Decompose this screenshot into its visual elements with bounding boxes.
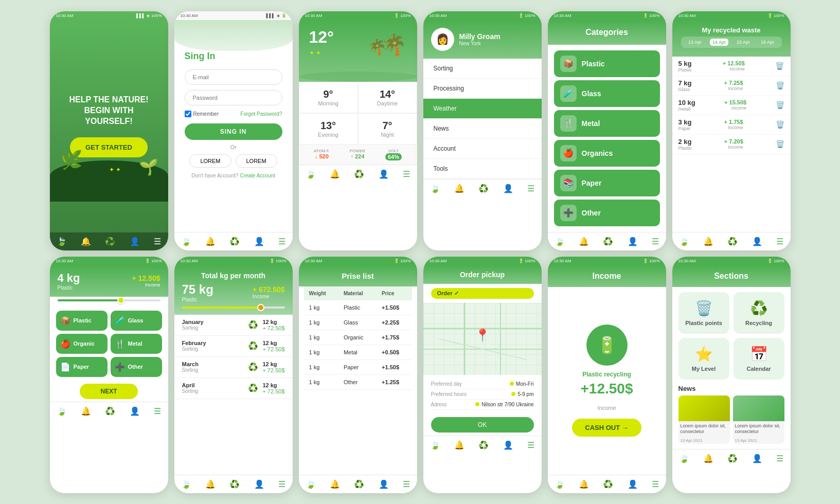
date-tab-14[interactable]: 14 Apr: [710, 39, 728, 46]
trash-icon-4[interactable]: 🗑️: [776, 140, 784, 148]
ok-button[interactable]: OK: [431, 417, 534, 433]
menu-processing[interactable]: Processing: [423, 79, 542, 99]
slider-thumb[interactable]: [117, 297, 124, 304]
nav-bell-4[interactable]: 🔔: [454, 184, 464, 193]
nav-leaf-4[interactable]: 🍃: [430, 184, 440, 193]
nav-menu-12[interactable]: ☰: [776, 454, 783, 463]
trash-icon-0[interactable]: 🗑️: [775, 62, 784, 70]
nav-user-10[interactable]: 👤: [503, 440, 513, 450]
cat-glass[interactable]: 🧪 Glass: [554, 80, 660, 107]
section-my-level[interactable]: ⭐ My Level: [678, 338, 729, 380]
nav-recycle-11[interactable]: ♻️: [603, 479, 613, 489]
nav-bell-1[interactable]: 🔔: [81, 237, 91, 246]
nav-leaf-1[interactable]: 🍃: [57, 237, 67, 246]
nav-bell-3[interactable]: 🔔: [330, 169, 340, 179]
nav-recycle-9[interactable]: ♻️: [354, 479, 364, 489]
news-card-0[interactable]: Lorem ipsum dolor sit, consectetur 13 Ap…: [678, 395, 730, 444]
nav-menu-5[interactable]: ☰: [652, 237, 659, 246]
order-badge[interactable]: Order ✓: [431, 288, 534, 299]
nav-menu-11[interactable]: ☰: [652, 479, 659, 489]
section-calendar[interactable]: 📅 Calendar: [734, 338, 784, 380]
nav-leaf-12[interactable]: 🍃: [679, 454, 689, 463]
material-organic[interactable]: 🍎 Organic: [56, 334, 108, 354]
forget-password-link[interactable]: Forget Password?: [240, 111, 282, 117]
material-metal[interactable]: 🍴 Metal: [111, 334, 162, 354]
nav-menu-3[interactable]: ☰: [403, 169, 410, 179]
nav-leaf-3[interactable]: 🍃: [306, 169, 316, 179]
nav-recycle-10[interactable]: ♻️: [478, 440, 489, 450]
nav-leaf-7[interactable]: 🍃: [57, 406, 67, 416]
trash-icon-2[interactable]: 🗑️: [776, 101, 784, 109]
nav-user-9[interactable]: 👤: [379, 479, 389, 489]
cat-organics[interactable]: 🍎 Organics: [554, 140, 660, 167]
nav-bell-9[interactable]: 🔔: [330, 479, 340, 489]
news-card-1[interactable]: Lorem ipsum dolor sit, consectetur 13 Ap…: [733, 395, 784, 444]
menu-tools[interactable]: Tools: [423, 159, 542, 179]
material-plastic[interactable]: 📦 Plastic: [56, 311, 108, 331]
nav-leaf-6[interactable]: 🍃: [679, 237, 689, 246]
create-account-link[interactable]: Create Account: [240, 173, 275, 178]
nav-recycle-5[interactable]: ♻️: [603, 237, 613, 246]
menu-sorting[interactable]: Sorting: [423, 59, 542, 79]
menu-weather[interactable]: Weather: [423, 99, 542, 119]
nav-user-12[interactable]: 👤: [752, 454, 762, 463]
nav-menu-8[interactable]: ☰: [278, 479, 285, 489]
nav-user-1[interactable]: 👤: [130, 237, 140, 246]
nav-bell-10[interactable]: 🔔: [454, 440, 464, 450]
nav-user-3[interactable]: 👤: [379, 169, 389, 179]
nav-menu-1[interactable]: ☰: [154, 237, 161, 246]
nav-recycle-4[interactable]: ♻️: [478, 184, 489, 193]
signin-button[interactable]: SING IN: [185, 123, 282, 140]
nav-bell-12[interactable]: 🔔: [703, 454, 713, 463]
nav-menu-9[interactable]: ☰: [403, 479, 410, 489]
nav-menu-6[interactable]: ☰: [776, 237, 783, 246]
nav-bell-11[interactable]: 🔔: [579, 479, 589, 489]
menu-news[interactable]: News: [423, 119, 542, 139]
nav-leaf-10[interactable]: 🍃: [430, 440, 440, 450]
cat-paper[interactable]: 📚 Paper: [554, 170, 660, 196]
trash-icon-1[interactable]: 🗑️: [776, 81, 784, 89]
monthly-slider-thumb[interactable]: [257, 304, 264, 311]
nav-bell-7[interactable]: 🔔: [81, 406, 91, 416]
remember-checkbox[interactable]: [185, 111, 191, 117]
date-tab-16[interactable]: 16 Apr: [758, 39, 777, 46]
nav-leaf-8[interactable]: 🍃: [181, 479, 191, 489]
nav-bell-5[interactable]: 🔔: [579, 237, 589, 246]
social-btn-1[interactable]: LOREM: [189, 154, 231, 168]
cat-plastic[interactable]: 📦 Plastic: [554, 50, 660, 77]
section-recycling[interactable]: ♻️ Recycling: [734, 292, 784, 334]
nav-recycle-1[interactable]: ♻️: [105, 237, 115, 246]
nav-bell-8[interactable]: 🔔: [205, 479, 216, 489]
email-input[interactable]: [185, 69, 282, 85]
nav-menu-2[interactable]: ☰: [278, 237, 285, 246]
nav-menu-10[interactable]: ☰: [527, 440, 534, 450]
nav-menu-7[interactable]: ☰: [154, 406, 161, 416]
date-tab-13[interactable]: 13 Apr: [686, 39, 704, 46]
section-plastic-points[interactable]: 🗑️ Plastic points: [678, 292, 729, 334]
cat-metal[interactable]: 🍴 Metal: [554, 110, 660, 137]
nav-leaf-2[interactable]: 🍃: [181, 237, 191, 246]
nav-user-8[interactable]: 👤: [254, 479, 264, 489]
nav-recycle-6[interactable]: ♻️: [727, 237, 738, 246]
nav-user-4[interactable]: 👤: [503, 184, 513, 193]
nav-recycle-8[interactable]: ♻️: [229, 479, 240, 489]
nav-recycle-12[interactable]: ♻️: [727, 454, 738, 463]
nav-leaf-11[interactable]: 🍃: [555, 479, 565, 489]
nav-recycle-7[interactable]: ♻️: [105, 406, 115, 416]
nav-recycle-2[interactable]: ♻️: [229, 237, 240, 246]
nav-user-11[interactable]: 👤: [628, 479, 638, 489]
remember-label[interactable]: Remember: [185, 111, 219, 117]
menu-account[interactable]: Account: [423, 139, 542, 159]
nav-menu-4[interactable]: ☰: [527, 184, 534, 193]
nav-user-6[interactable]: 👤: [752, 237, 762, 246]
next-button[interactable]: NEXT: [80, 384, 137, 399]
nav-recycle-3[interactable]: ♻️: [354, 169, 364, 179]
password-input[interactable]: [185, 90, 282, 105]
cat-other[interactable]: ➕ Other: [554, 200, 660, 226]
nav-bell-2[interactable]: 🔔: [205, 237, 216, 246]
social-btn-2[interactable]: LOREM: [236, 154, 277, 168]
trash-icon-3[interactable]: 🗑️: [776, 120, 784, 129]
material-other[interactable]: ➕ Other: [111, 357, 162, 377]
nav-leaf-9[interactable]: 🍃: [306, 479, 316, 489]
material-glass[interactable]: 🧪 Glass: [111, 311, 162, 331]
